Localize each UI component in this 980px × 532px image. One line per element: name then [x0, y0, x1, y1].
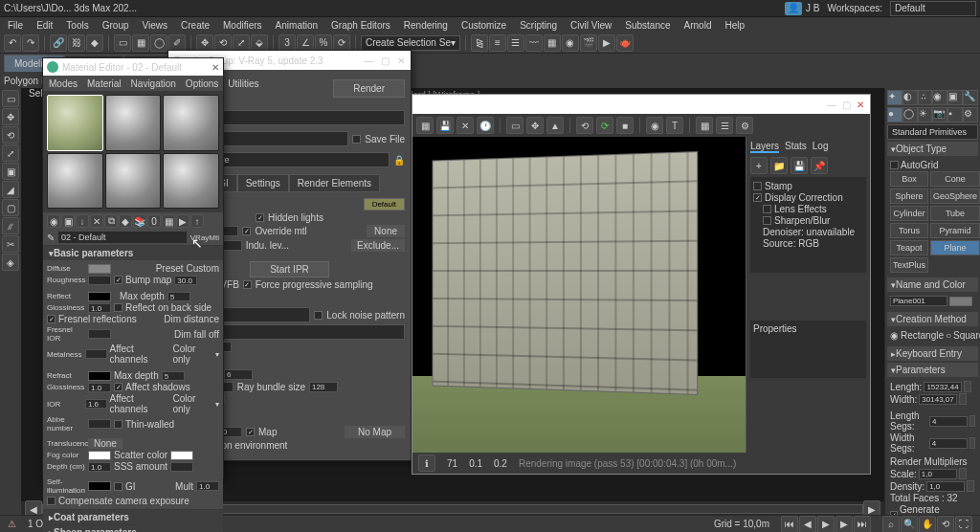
lock-view-icon[interactable]: 🔒 [393, 155, 405, 166]
max-viewport-icon[interactable]: ⛶ [955, 516, 972, 533]
selection-set-dropdown[interactable]: Create Selection Se ▾ [361, 35, 460, 51]
stamp-toggle[interactable] [753, 182, 762, 190]
fresnel-ior-input[interactable] [88, 329, 111, 339]
menu-animation[interactable]: Animation [270, 18, 323, 33]
metalness-input[interactable] [85, 349, 107, 359]
cylinder-button[interactable]: Cylinder [890, 206, 928, 221]
lens-fx-icon[interactable]: ◉ [646, 117, 663, 134]
play-start-icon[interactable]: ⏮ [781, 516, 798, 533]
show-map-icon[interactable]: ▦ [162, 214, 175, 228]
lseg-spinner[interactable] [969, 415, 975, 427]
object-color-swatch[interactable] [949, 297, 972, 306]
maximize-icon[interactable]: ▢ [381, 55, 390, 66]
select-tool-icon[interactable]: ▭ [2, 90, 19, 107]
user-badge[interactable]: 👤 J B [785, 2, 819, 15]
select-icon[interactable]: ▭ [114, 34, 131, 52]
menu-group[interactable]: Group [97, 18, 135, 33]
redo-icon[interactable]: ↷ [22, 34, 39, 52]
sharpen-toggle[interactable] [763, 216, 771, 225]
zoom-icon[interactable]: 🔍 [901, 516, 918, 533]
paint-select-icon[interactable]: ✐ [168, 34, 186, 52]
display-corr-toggle[interactable] [753, 193, 762, 202]
bridge-icon[interactable]: ⫽ [2, 217, 19, 234]
menu-substance[interactable]: Substance [619, 18, 676, 33]
width-spinner[interactable] [959, 393, 967, 405]
bump-input[interactable]: 30.0 [174, 276, 197, 285]
play-icon[interactable]: ▶ [817, 516, 835, 533]
render-frame-icon[interactable]: ▶ [598, 34, 615, 52]
length-spinner[interactable] [964, 381, 971, 392]
progressive-checkbox[interactable] [243, 280, 252, 289]
basic-params-header[interactable]: ▾ Basic parameters [43, 246, 223, 260]
lock-noise-checkbox[interactable] [314, 311, 323, 320]
radio-rect[interactable]: ◉ [890, 330, 899, 341]
width-input[interactable] [919, 394, 957, 405]
start-ipr-button[interactable]: Start IPR [250, 261, 329, 277]
link-icon[interactable]: 🔗 [50, 34, 67, 52]
me-menu-utilities[interactable]: Utilities [224, 78, 262, 89]
close-icon[interactable]: ✕ [212, 62, 219, 73]
ipr-icon[interactable]: ⟳ [596, 117, 613, 134]
depth-input[interactable]: 1.0 [88, 462, 111, 472]
ask-dropdown[interactable]: None [193, 324, 405, 340]
menu-modifiers[interactable]: Modifiers [217, 18, 268, 33]
move-icon[interactable]: ✥ [196, 34, 213, 52]
length-input[interactable] [924, 382, 962, 392]
stamp-icon[interactable]: T [666, 117, 683, 134]
roughness-input[interactable] [88, 276, 111, 285]
layers-icon[interactable]: ☰ [507, 34, 524, 52]
parameters-header[interactable]: ▾ Parameters [887, 363, 978, 377]
snap-icon[interactable]: 3 [278, 34, 296, 52]
menu-views[interactable]: Views [137, 18, 174, 33]
region-icon[interactable]: ▭ [506, 117, 523, 134]
bevel-icon[interactable]: ◢ [2, 181, 19, 198]
material-type-button[interactable]: VRayMtl [190, 233, 219, 242]
tab-render-elements[interactable]: Render Elements [289, 174, 380, 192]
menu-graph[interactable]: Graph Editors [325, 18, 396, 33]
wseg-input[interactable] [929, 438, 968, 449]
zoom-extents-icon[interactable]: ⌕ [882, 516, 900, 533]
source-layer[interactable]: Source: RGB [763, 238, 819, 249]
angle-snap-icon[interactable]: ∠ [297, 34, 314, 52]
history-icon[interactable]: 🕐 [477, 117, 494, 134]
compensate-checkbox[interactable] [47, 497, 56, 505]
name-color-header[interactable]: ▾ Name and Color [887, 277, 978, 292]
primitive-category[interactable]: Standard Primitives [887, 124, 978, 140]
me-menu-material[interactable]: Material [83, 78, 125, 89]
menu-rendering[interactable]: Rendering [398, 18, 454, 33]
spinner-snap-icon[interactable]: ⟳ [333, 34, 350, 52]
scale-tool-icon[interactable]: ⤢ [2, 144, 19, 162]
render-button[interactable]: Render [333, 79, 405, 98]
default-button[interactable]: Default [364, 198, 405, 211]
inset-icon[interactable]: ▢ [2, 199, 19, 216]
cut-icon[interactable]: ✂ [2, 235, 19, 253]
env-map-checkbox[interactable] [246, 428, 255, 436]
workspace-dropdown[interactable]: Default [890, 1, 976, 16]
savefile-checkbox[interactable] [352, 135, 361, 144]
reflect-swatch[interactable] [88, 292, 111, 301]
teapot-icon[interactable]: 🫖 [616, 34, 634, 52]
maxsub-input[interactable] [224, 369, 253, 380]
override-mtl-checkbox[interactable] [242, 227, 251, 235]
material-editor-icon[interactable]: ◉ [562, 34, 579, 52]
object-type-header[interactable]: ▾ Object Type [887, 142, 978, 156]
radio-square[interactable]: ○ [946, 330, 951, 341]
bump-checkbox[interactable] [114, 276, 122, 284]
close-icon[interactable]: ✕ [397, 55, 405, 66]
vfb-tab-stats[interactable]: Stats [785, 141, 807, 153]
material-slot-4[interactable] [47, 153, 103, 210]
make-unique-icon[interactable]: ◆ [119, 214, 132, 228]
selfillum-swatch[interactable] [88, 481, 111, 491]
override-slot[interactable]: None [367, 225, 405, 237]
create-tab-icon[interactable]: ✦ [887, 90, 902, 105]
orbit-icon[interactable]: ⟲ [937, 516, 954, 533]
cone-button[interactable]: Cone [930, 171, 980, 187]
material-editor-titlebar[interactable]: Material Editor - 02 - Default ✕ [43, 58, 223, 76]
settings-icon[interactable]: ⚙ [736, 117, 753, 134]
density-spinner[interactable] [967, 480, 974, 492]
pixel-info-icon[interactable]: ℹ [418, 454, 435, 472]
utilities-tab-icon[interactable]: 🔧 [963, 90, 978, 105]
play-next-icon[interactable]: ▶ [835, 516, 853, 533]
go-parent-icon[interactable]: ↑ [190, 214, 204, 228]
creation-method-header[interactable]: ▾ Creation Method [887, 312, 978, 326]
